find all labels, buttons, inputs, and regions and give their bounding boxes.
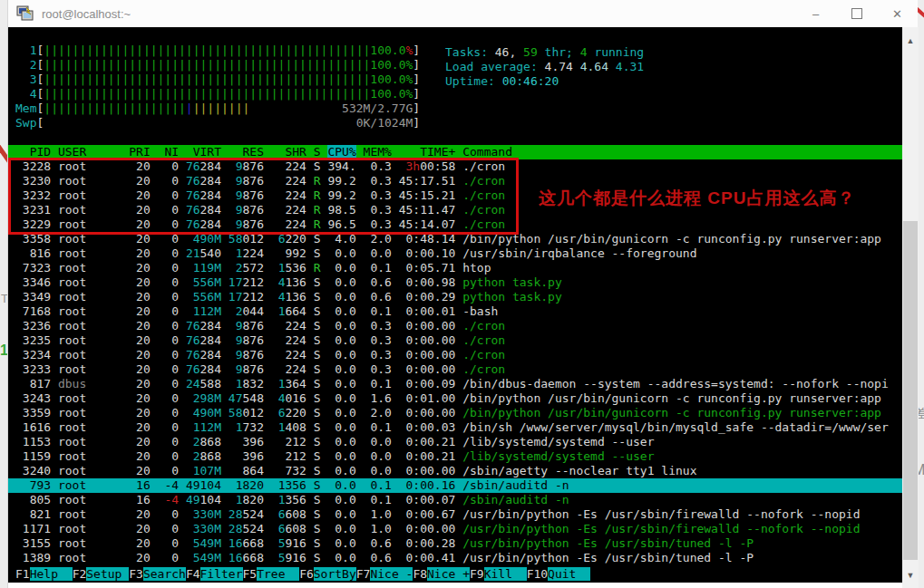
column-header-shr[interactable]: SHR bbox=[271, 145, 306, 159]
text-run: root bbox=[58, 391, 122, 405]
text-run: 224 bbox=[285, 217, 306, 231]
text-run bbox=[306, 464, 314, 477]
text-run: 212 bbox=[285, 435, 306, 448]
fkey-F8[interactable]: F8 bbox=[413, 567, 427, 581]
process-row-1171[interactable]: 1171 root 20 0 330M 28524 6608 S 0.0 1.0… bbox=[8, 522, 902, 536]
process-row-3358[interactable]: 3358 root 20 0 490M 58012 6220 S 4.0 2.0… bbox=[8, 232, 902, 246]
text-run: 0.0 bbox=[327, 246, 355, 260]
process-row-3349[interactable]: 3349 root 20 0 556M 17212 4136 S 0.0 0.6… bbox=[8, 290, 902, 304]
process-row-3231[interactable]: 3231 root 20 0 76284 9876 224 R 98.5 0.3… bbox=[8, 203, 902, 217]
fkey-label-F8[interactable]: Nice + bbox=[427, 567, 470, 581]
fkey-label-F7[interactable]: Nice - bbox=[370, 567, 413, 581]
close-button[interactable]: ✕ bbox=[877, 0, 918, 27]
text-run: 664 bbox=[285, 304, 306, 318]
column-header-mem[interactable]: MEM% bbox=[364, 145, 392, 159]
fkey-label-F1[interactable]: Help bbox=[30, 567, 73, 581]
scroll-down-icon[interactable]: ▼ bbox=[902, 567, 919, 583]
process-row-805[interactable]: 805 root 16 -4 49104 1820 1356 S 0.0 0.1… bbox=[8, 493, 902, 507]
process-row-3346[interactable]: 3346 root 20 0 556M 17212 4136 S 0.0 0.6… bbox=[8, 275, 902, 290]
process-row-817[interactable]: 817 dbus 20 0 24588 1832 1364 S 0.0 0.1 … bbox=[8, 377, 902, 391]
process-row-3359[interactable]: 3359 root 20 0 490M 58012 6220 S 0.0 2.0… bbox=[8, 406, 902, 420]
text-run bbox=[179, 333, 186, 347]
process-row-3232[interactable]: 3232 root 20 0 76284 9876 224 R 99.2 0.3… bbox=[8, 188, 902, 203]
text-run bbox=[455, 203, 462, 217]
terminal-screen[interactable]: 1[||||||||||||||||||||||||||||||||||||||… bbox=[8, 27, 902, 583]
process-row-793[interactable]: 793 root 16 -4 49104 1820 1356 S 0.0 0.1… bbox=[8, 478, 902, 493]
column-header-s[interactable]: S bbox=[314, 145, 321, 159]
process-row-3233[interactable]: 3233 root 20 0 76284 9876 224 S 0.0 0.3 … bbox=[8, 362, 902, 377]
text-run bbox=[221, 536, 229, 550]
process-row-3229[interactable]: 3229 root 20 0 76284 9876 224 R 96.5 0.3… bbox=[8, 217, 902, 232]
process-row-3230[interactable]: 3230 root 20 0 76284 9876 224 R 99.2 0.3… bbox=[8, 174, 902, 188]
process-row-3234[interactable]: 3234 root 20 0 76284 9876 224 S 0.0 0.3 … bbox=[8, 348, 902, 362]
maximize-button[interactable] bbox=[836, 0, 877, 27]
fkey-F2[interactable]: F2 bbox=[73, 567, 87, 581]
column-header-pid[interactable]: PID bbox=[15, 145, 51, 159]
fkey-label-F9[interactable]: Kill bbox=[484, 567, 527, 581]
column-header-ni[interactable]: NI bbox=[158, 145, 179, 159]
scroll-up-icon[interactable]: ▲ bbox=[902, 33, 919, 48]
text-run: 1.0 bbox=[364, 507, 392, 521]
fkey-label-F5[interactable]: Tree bbox=[257, 567, 299, 581]
process-row-3243[interactable]: 3243 root 20 0 298M 47548 4016 S 0.0 1.6… bbox=[8, 391, 902, 406]
text-run bbox=[356, 217, 364, 231]
text-run bbox=[249, 101, 342, 115]
fkey-label-F4[interactable]: Filter bbox=[200, 567, 243, 581]
text-run: 45:17.51 bbox=[399, 174, 456, 188]
column-header-user[interactable]: USER bbox=[58, 145, 122, 159]
text-run bbox=[44, 116, 355, 130]
table-header-row[interactable]: PID USER PRI NI VIRT RES SHR S CPU% MEM%… bbox=[8, 145, 902, 159]
text-run bbox=[151, 174, 158, 188]
text-run: 00:46:20 bbox=[502, 74, 559, 88]
process-row-821[interactable]: 821 root 20 0 330M 28524 6608 S 0.0 1.0 … bbox=[8, 507, 902, 522]
fkey-F1[interactable]: F1 bbox=[15, 567, 30, 581]
column-header-virt[interactable]: VIRT bbox=[186, 145, 221, 159]
scrollbar[interactable]: ▲ ▼ bbox=[902, 27, 919, 588]
text-run bbox=[221, 478, 229, 492]
fkey-F3[interactable]: F3 bbox=[129, 567, 143, 581]
process-row-1153[interactable]: 1153 root 20 0 2868 396 212 S 0.0 0.0 0:… bbox=[8, 435, 902, 449]
fkey-F6[interactable]: F6 bbox=[299, 567, 314, 581]
process-row-816[interactable]: 816 root 20 0 21540 1224 992 S 0.0 0.0 0… bbox=[8, 246, 902, 261]
process-row-1159[interactable]: 1159 root 20 0 2868 396 212 S 0.0 0.0 0:… bbox=[8, 449, 902, 464]
text-run bbox=[221, 333, 229, 347]
process-row-1389[interactable]: 1389 root 20 0 549M 16668 5916 S 0.0 0.6… bbox=[8, 551, 902, 565]
process-row-3240[interactable]: 3240 root 20 0 107M 864 732 S 0.0 0.0 0:… bbox=[8, 464, 902, 478]
fkey-F7[interactable]: F7 bbox=[356, 567, 371, 581]
text-run bbox=[392, 362, 399, 376]
text-run: 20 bbox=[129, 435, 150, 448]
process-row-1616[interactable]: 1616 root 20 0 112M 1732 1408 S 0.0 0.1 … bbox=[8, 420, 902, 435]
process-row-3236[interactable]: 3236 root 20 0 76284 9876 224 S 0.0 0.3 … bbox=[8, 319, 902, 333]
column-header-pri[interactable]: PRI bbox=[129, 145, 150, 159]
text-run: root bbox=[58, 246, 122, 260]
fkey-F9[interactable]: F9 bbox=[470, 567, 484, 581]
fkey-F5[interactable]: F5 bbox=[243, 567, 258, 581]
process-row-3228[interactable]: 3228 root 20 0 76284 9876 224 S 394. 0.3… bbox=[8, 159, 902, 174]
window-titlebar[interactable]: root@localhost:~ – ✕ bbox=[8, 0, 918, 27]
text-run bbox=[179, 435, 186, 448]
text-run: 0:00.00 bbox=[406, 406, 456, 419]
column-header-command[interactable]: Command bbox=[462, 145, 512, 159]
process-row-3235[interactable]: 3235 root 20 0 76284 9876 224 S 0.0 0.3 … bbox=[8, 333, 902, 348]
text-run bbox=[51, 551, 58, 564]
process-row-7323[interactable]: 7323 root 20 0 119M 2572 1536 R 0.0 0.1 … bbox=[8, 261, 902, 275]
text-run bbox=[151, 232, 158, 246]
text-run: 0.6 bbox=[364, 536, 392, 550]
scrollbar-thumb[interactable] bbox=[903, 221, 918, 560]
fkey-label-F3[interactable]: Search bbox=[143, 567, 186, 581]
process-row-7168[interactable]: 7168 root 20 0 112M 2044 1664 S 0.0 0.1 … bbox=[8, 304, 902, 319]
fkey-label-F2[interactable]: Setup bbox=[86, 567, 129, 581]
column-header-cpu[interactable]: CPU% bbox=[327, 145, 355, 159]
fkey-F4[interactable]: F4 bbox=[186, 567, 200, 581]
text-run: S bbox=[314, 304, 321, 318]
text-run: 876 bbox=[243, 203, 264, 217]
text-run: ||||||||||||||||||||||||||||||||||||||||… bbox=[44, 72, 370, 86]
text-run bbox=[221, 246, 229, 260]
fkey-label-F10[interactable]: Quit bbox=[548, 567, 590, 581]
column-header-time[interactable]: TIME+ bbox=[399, 145, 456, 159]
fkey-F10[interactable]: F10 bbox=[527, 567, 548, 581]
column-header-res[interactable]: RES bbox=[229, 145, 264, 159]
process-row-3155[interactable]: 3155 root 20 0 549M 16668 5916 S 0.0 0.6… bbox=[8, 536, 902, 551]
minimize-button[interactable]: – bbox=[795, 0, 836, 27]
fkey-label-F6[interactable]: SortBy bbox=[314, 567, 356, 581]
